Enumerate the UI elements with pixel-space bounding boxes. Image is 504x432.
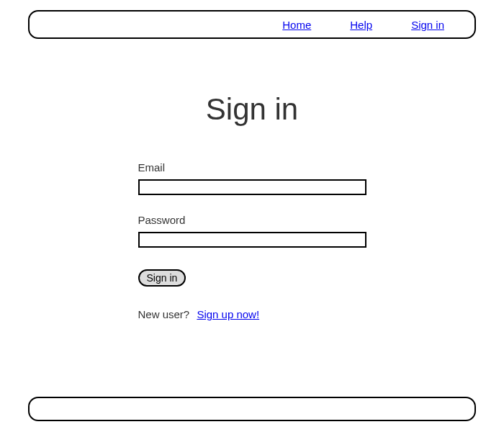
email-label: Email	[138, 161, 366, 174]
page-title: Sign in	[0, 92, 504, 127]
nav-help-link[interactable]: Help	[350, 19, 372, 31]
signin-form: Email Password Sign in New user? Sign up…	[138, 161, 366, 320]
signup-prompt-text: New user?	[138, 308, 190, 320]
main-content: Sign in Email Password Sign in New user?…	[0, 92, 504, 320]
password-field[interactable]	[138, 232, 366, 248]
signup-prompt-row: New user? Sign up now!	[138, 308, 366, 320]
footer-bar	[28, 397, 476, 421]
nav-signin-link[interactable]: Sign in	[411, 19, 444, 31]
email-field[interactable]	[138, 179, 366, 195]
nav-home-link[interactable]: Home	[282, 19, 311, 31]
password-label: Password	[138, 214, 366, 226]
top-nav-bar: Home Help Sign in	[28, 10, 476, 39]
signin-button[interactable]: Sign in	[138, 269, 186, 287]
signup-link[interactable]: Sign up now!	[197, 308, 259, 320]
